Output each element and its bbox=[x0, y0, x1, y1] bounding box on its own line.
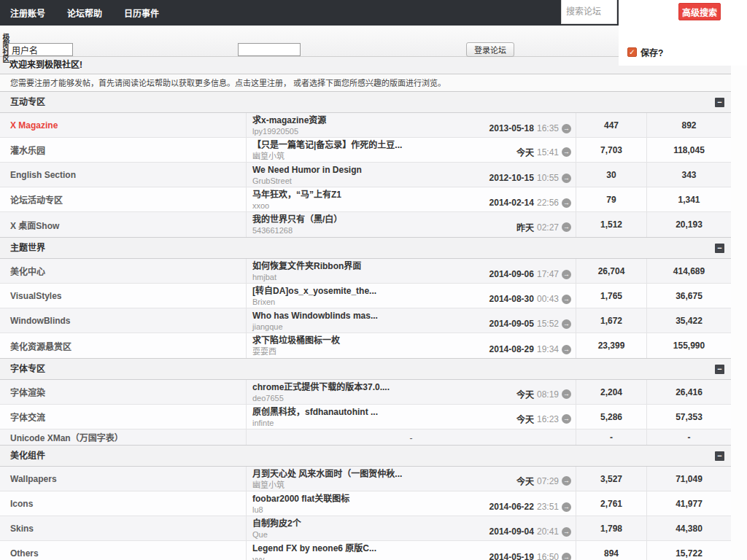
goto-lastpost-arrow-icon[interactable]: → bbox=[562, 345, 571, 354]
lastpost-cell: 马年狂欢，“马”上有Z1xxoo2014-02-1422:56→ bbox=[247, 187, 576, 211]
password-input[interactable] bbox=[238, 43, 301, 56]
posts-count: 892 bbox=[647, 113, 731, 137]
forum-row: VisualStyles[转自DA]os_x_yosemite_the...Br… bbox=[0, 284, 731, 308]
category-table: Wallpapers月到天心处 风来水面时（一图贺仲秋...幽篁小筑今天07:2… bbox=[0, 466, 731, 560]
threads-count: 5,286 bbox=[576, 405, 647, 429]
login-button[interactable]: 登录论坛 bbox=[466, 42, 514, 57]
lastpost-cell: chrome正式提供下载的版本37.0....deo7655今天08:19→ bbox=[247, 380, 576, 404]
goto-lastpost-arrow-icon[interactable]: → bbox=[562, 553, 571, 560]
goto-lastpost-arrow-icon[interactable]: → bbox=[562, 174, 571, 183]
forum-name-link[interactable]: VisualStyles bbox=[10, 291, 62, 301]
forum-name-link[interactable]: 美化资源悬赏区 bbox=[10, 340, 71, 352]
forum-name-cell: VisualStyles bbox=[0, 284, 247, 308]
forum-name-cell: 字体渲染 bbox=[0, 380, 247, 404]
goto-lastpost-arrow-icon[interactable]: → bbox=[562, 389, 571, 399]
lastpost-date: 2014-09-05 bbox=[489, 319, 534, 329]
goto-lastpost-arrow-icon[interactable]: → bbox=[562, 270, 571, 279]
goto-lastpost-arrow-icon[interactable]: → bbox=[562, 198, 571, 208]
lastpost-cell: 月到天心处 风来水面时（一图贺仲秋...幽篁小筑今天07:29→ bbox=[247, 467, 576, 491]
threads-count: 3,527 bbox=[576, 467, 647, 491]
forum-name-link[interactable]: X 桌面Show bbox=[10, 219, 59, 231]
lastpost-time: 16:50 bbox=[537, 552, 559, 560]
forum-row: X 桌面Show我的世界只有（黑/白）543661268昨天02:27→1,51… bbox=[0, 212, 731, 237]
nav-link-forum-help[interactable]: 论坛帮助 bbox=[67, 7, 102, 19]
lastpost-meta: 2014-05-1916:50→ bbox=[489, 552, 571, 560]
forum-name-cell: 字体交流 bbox=[0, 405, 247, 429]
lastpost-time: 16:23 bbox=[537, 414, 559, 424]
lastpost-date: 2014-05-19 bbox=[489, 552, 534, 560]
forum-name-link[interactable]: 灌水乐园 bbox=[10, 144, 45, 156]
collapse-minus-icon[interactable]: − bbox=[715, 98, 724, 107]
nav-link-register[interactable]: 注册账号 bbox=[10, 7, 45, 19]
forum-name-cell: English Section bbox=[0, 163, 247, 187]
forum-row: 论坛活动专区马年狂欢，“马”上有Z1xxoo2014-02-1422:56→79… bbox=[0, 187, 731, 212]
category-table: X Magazine求x-magazine资源lpy199205052013-0… bbox=[0, 112, 731, 238]
advanced-search-button[interactable]: 高级搜索 bbox=[678, 3, 721, 20]
lastpost-meta: 今天07:29→ bbox=[516, 475, 571, 487]
nav-link-calendar-events[interactable]: 日历事件 bbox=[124, 7, 159, 19]
forum-name-link[interactable]: Wallpapers bbox=[10, 474, 57, 484]
top-navbar: 注册账号 论坛帮助 日历事件 bbox=[0, 0, 619, 26]
forum-name-link[interactable]: 字体交流 bbox=[10, 411, 45, 423]
goto-lastpost-arrow-icon[interactable]: → bbox=[562, 147, 571, 157]
forum-name-cell: 美化资源悬赏区 bbox=[0, 333, 247, 358]
username-input[interactable] bbox=[8, 43, 73, 56]
remember-checkbox[interactable]: ✓ bbox=[627, 47, 637, 57]
goto-lastpost-arrow-icon[interactable]: → bbox=[562, 222, 571, 232]
posts-count: 57,353 bbox=[647, 405, 731, 429]
lastpost-date: 昨天 bbox=[516, 221, 534, 233]
goto-lastpost-arrow-icon[interactable]: → bbox=[562, 319, 571, 329]
posts-count: - bbox=[647, 429, 731, 445]
forum-name-link[interactable]: Others bbox=[10, 548, 39, 559]
welcome-heading: 欢迎来到极限社区! bbox=[0, 57, 731, 74]
forum-name-link[interactable]: English Section bbox=[10, 170, 76, 180]
forum-name-link[interactable]: Skins bbox=[10, 524, 34, 534]
forum-name-cell: 灌水乐园 bbox=[0, 138, 247, 162]
forum-name-cell: Others bbox=[0, 541, 247, 560]
forum-name-link[interactable]: 论坛活动专区 bbox=[10, 193, 63, 206]
lastpost-time: 02:27 bbox=[537, 222, 559, 233]
goto-lastpost-arrow-icon[interactable]: → bbox=[562, 527, 571, 537]
goto-lastpost-arrow-icon[interactable]: → bbox=[562, 502, 571, 512]
search-panel: 高级搜索 ✓ 保存? bbox=[619, 0, 747, 66]
lastpost-time: 07:29 bbox=[537, 476, 559, 486]
forum-list: 互动专区−X Magazine求x-magazine资源lpy199205052… bbox=[0, 92, 731, 560]
category-table: 字体渲染chrome正式提供下载的版本37.0....deo7655今天08:1… bbox=[0, 379, 731, 446]
threads-count: 1,672 bbox=[576, 308, 647, 332]
forum-name-link[interactable]: Icons bbox=[10, 499, 33, 509]
forum-name-cell: WindowBlinds bbox=[0, 308, 247, 332]
forum-name-link[interactable]: WindowBlinds bbox=[10, 316, 71, 326]
goto-lastpost-arrow-icon[interactable]: → bbox=[562, 414, 571, 424]
goto-lastpost-arrow-icon[interactable]: → bbox=[562, 476, 571, 486]
threads-count: 1,765 bbox=[576, 284, 647, 308]
category-header: 主题世界− bbox=[0, 238, 731, 258]
forum-name-link[interactable]: X Magazine bbox=[10, 120, 58, 131]
lastpost-date: 2012-10-15 bbox=[489, 173, 534, 183]
forum-name-cell: 论坛活动专区 bbox=[0, 187, 247, 211]
collapse-minus-icon[interactable]: − bbox=[715, 451, 724, 461]
forum-name-link[interactable]: 字体渲染 bbox=[10, 386, 45, 398]
category-title: 字体专区 bbox=[10, 364, 45, 374]
lastpost-date: 2014-08-30 bbox=[489, 294, 534, 304]
forum-row: 灌水乐园【只是一篇笔记|备忘录】作死的土豆...幽篁小筑今天15:41→7,70… bbox=[0, 138, 731, 163]
lastpost-meta: 2014-08-3000:43→ bbox=[489, 294, 571, 304]
lastpost-time: 10:55 bbox=[537, 173, 559, 183]
category-header: 互动专区− bbox=[0, 92, 731, 112]
threads-count: 1,798 bbox=[576, 516, 647, 540]
search-input[interactable] bbox=[561, 0, 617, 24]
collapse-minus-icon[interactable]: − bbox=[715, 365, 724, 374]
forum-name-cell: Icons bbox=[0, 491, 247, 516]
forum-name-link[interactable]: Unicode XMan（万国字表） bbox=[10, 431, 123, 443]
threads-count: 79 bbox=[576, 187, 647, 211]
collapse-minus-icon[interactable]: − bbox=[715, 244, 724, 253]
lastpost-date: 今天 bbox=[516, 413, 534, 425]
goto-lastpost-arrow-icon[interactable]: → bbox=[562, 124, 571, 133]
lastpost-date: 2014-08-29 bbox=[489, 344, 534, 354]
lastpost-meta: 今天16:23→ bbox=[516, 413, 571, 425]
lastpost-empty: - bbox=[247, 429, 576, 445]
lastpost-time: 08:19 bbox=[537, 389, 559, 400]
forum-name-link[interactable]: 美化中心 bbox=[10, 265, 45, 277]
forum-row: Wallpapers月到天心处 风来水面时（一图贺仲秋...幽篁小筑今天07:2… bbox=[0, 467, 731, 491]
goto-lastpost-arrow-icon[interactable]: → bbox=[562, 295, 571, 304]
lastpost-meta: 2014-08-2919:34→ bbox=[489, 344, 571, 354]
